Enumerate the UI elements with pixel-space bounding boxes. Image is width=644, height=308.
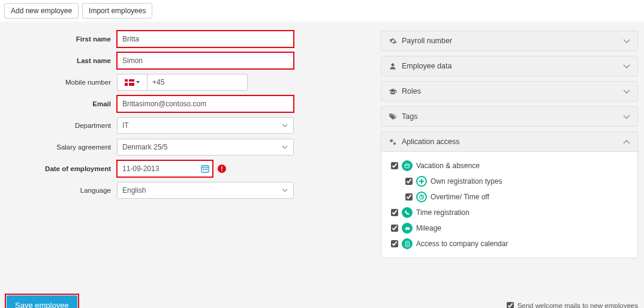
salary-agreement-select[interactable]: Denmark 25/5 [117, 139, 294, 156]
send-welcome-mail-checkbox[interactable] [507, 302, 514, 309]
department-value: IT [122, 121, 129, 130]
access-item-calendar: Access to company calendar [389, 236, 630, 252]
date-of-employment-input[interactable] [117, 160, 213, 177]
accordion-employee-data: Employee data [381, 56, 638, 76]
accordion-title: Employee data [402, 62, 623, 70]
salary-value: Denmark 25/5 [122, 143, 167, 151]
accordion-title: Aplication access [402, 137, 623, 146]
language-value: English [122, 186, 146, 195]
access-label: Mileage [416, 224, 441, 232]
chevron-down-icon [623, 115, 630, 119]
svg-rect-4 [203, 169, 204, 170]
app-access-body: Vacation & absence Own registration type… [381, 151, 637, 258]
first-name-input[interactable] [117, 31, 294, 47]
access-label: Time registration [416, 208, 470, 217]
accordion-employee-data-header[interactable]: Employee data [381, 56, 637, 76]
mobile-input[interactable] [147, 74, 248, 91]
error-icon: ! [218, 165, 226, 173]
email-label: Email [6, 100, 117, 107]
access-label: Overtime/ Time off [431, 193, 489, 201]
language-select[interactable]: English [117, 182, 294, 199]
svg-rect-6 [206, 169, 207, 170]
accordion-title: Payroll number [402, 37, 623, 45]
accordion-tags: Tags [381, 106, 638, 127]
calendar-circle-icon [402, 160, 413, 171]
access-item-own-reg: Own registration types [389, 174, 630, 189]
first-name-label: First name [6, 35, 117, 43]
access-item-overtime: Overtime/ Time off [389, 189, 630, 205]
salary-label: Salary agreement [6, 143, 117, 151]
email-input[interactable] [117, 95, 294, 112]
access-item-mileage: Mileage [389, 220, 630, 236]
overtime-checkbox[interactable] [405, 193, 413, 201]
caret-down-icon [136, 81, 140, 83]
accordion-payroll: Payroll number [381, 31, 638, 51]
date-of-employment-label: Date of employment [6, 165, 117, 172]
chevron-down-icon [623, 39, 630, 43]
last-name-input[interactable] [117, 52, 294, 69]
accordion-app-access: Aplication access Vacation & absence [381, 131, 638, 258]
chevron-up-icon [623, 140, 630, 144]
svg-rect-9 [405, 164, 409, 168]
accordion-panel: Payroll number Employee data [381, 31, 638, 283]
access-item-vacation: Vacation & absence [389, 158, 630, 174]
access-label: Access to company calendar [416, 240, 508, 248]
tags-icon [389, 113, 397, 120]
plus-circle-icon [416, 176, 427, 187]
language-label: Language [6, 187, 117, 194]
flag-dk-icon [125, 79, 134, 86]
accordion-app-access-header[interactable]: Aplication access [381, 132, 637, 151]
add-new-employee-button[interactable]: Add new employee [4, 3, 79, 19]
import-employees-button[interactable]: Import employees [82, 3, 152, 19]
chevron-down-icon [623, 89, 630, 94]
accordion-title: Roles [402, 87, 623, 95]
footer: Save employee Send welcome mails to new … [0, 289, 644, 308]
graduation-cap-icon [389, 88, 397, 95]
gears-icon [389, 138, 397, 146]
gear-icon [389, 37, 397, 45]
chevron-down-icon [623, 64, 630, 68]
send-welcome-mail-label: Send welcome mails to new employees [517, 302, 638, 309]
mobile-label: Mobile number [6, 79, 117, 86]
last-name-label: Last name [6, 57, 117, 64]
employee-form: First name Last name Mobile number [6, 31, 372, 283]
accordion-roles-header[interactable]: Roles [381, 82, 637, 101]
save-button-highlight: Save employee [6, 295, 78, 308]
car-circle-icon [402, 223, 413, 234]
country-code-select[interactable] [117, 74, 147, 91]
vacation-checkbox[interactable] [391, 162, 398, 169]
calendar-access-checkbox[interactable] [391, 240, 398, 247]
save-employee-button[interactable]: Save employee [7, 295, 77, 308]
top-bar: Add new employee Import employees [0, 0, 644, 22]
accordion-title: Tags [402, 112, 623, 121]
access-item-time-reg: Time registration [389, 205, 630, 220]
accordion-payroll-header[interactable]: Payroll number [381, 31, 637, 50]
access-label: Own registration types [431, 177, 502, 186]
main-content: First name Last name Mobile number [0, 22, 644, 289]
access-label: Vacation & absence [416, 162, 480, 170]
phone-circle-icon [402, 207, 413, 218]
user-icon [389, 62, 397, 70]
accordion-roles: Roles [381, 81, 638, 101]
department-select[interactable]: IT [117, 117, 294, 134]
doc-circle-icon [402, 238, 413, 249]
calendar-icon[interactable] [201, 165, 209, 173]
svg-rect-5 [204, 169, 206, 170]
time-reg-checkbox[interactable] [391, 209, 398, 216]
clock-circle-icon [416, 192, 427, 202]
own-reg-checkbox[interactable] [405, 178, 413, 185]
accordion-tags-header[interactable]: Tags [381, 107, 637, 126]
mileage-checkbox[interactable] [391, 225, 398, 232]
department-label: Department [6, 122, 117, 129]
